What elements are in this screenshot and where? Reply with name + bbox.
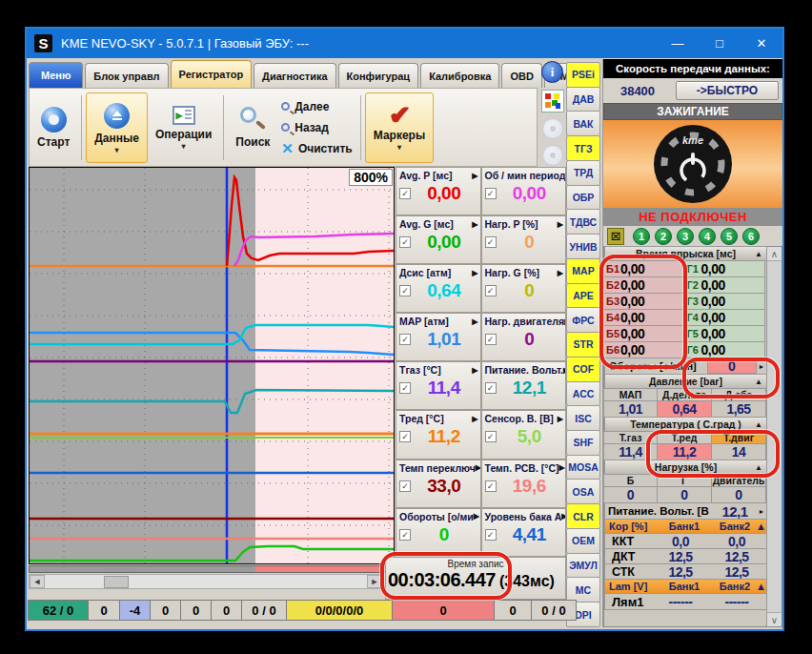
checkbox[interactable]: ✓ <box>485 382 497 394</box>
expand-arrow-icon[interactable]: ▶ <box>472 220 477 229</box>
minimize-button[interactable]: — <box>657 29 699 58</box>
checkbox[interactable]: ✓ <box>399 480 411 492</box>
param-header[interactable]: Дсис [атм]▶ <box>396 265 480 278</box>
side-tab-acc[interactable]: ACC <box>566 381 600 407</box>
expand-arrow-icon[interactable]: ▶ <box>563 366 565 375</box>
param-header[interactable]: Тред [°С]▶ <box>396 411 480 424</box>
expand-arrow-icon[interactable]: ▶ <box>472 269 477 277</box>
side-tab-osa[interactable]: OSA <box>566 479 600 504</box>
expand-arrow-icon[interactable]: ▶ <box>472 172 477 180</box>
param-header[interactable]: Темп переключ▶ <box>396 460 480 474</box>
param-header[interactable]: Сенсор. В. [В]▶ <box>482 411 566 424</box>
expand-arrow-icon[interactable]: ▶ <box>559 463 565 472</box>
expand-arrow-icon[interactable]: ▶ <box>558 415 563 423</box>
param-header[interactable]: Тгаз [°С]▶ <box>396 362 480 376</box>
collapse-icon[interactable]: ▲ <box>755 420 762 429</box>
side-tab-obr[interactable]: ОБР <box>566 185 600 211</box>
side-tab-clr[interactable]: CLR <box>566 503 600 529</box>
checkbox[interactable]: ✓ <box>485 529 497 541</box>
search-button[interactable]: Поиск <box>228 92 277 163</box>
corrections-header[interactable]: Кор [%] Банк1 Банк2 ▲ <box>604 519 767 534</box>
side-tab-ape[interactable]: АРЕ <box>566 283 600 309</box>
info-icon[interactable]: i <box>541 61 563 83</box>
maximize-button[interactable]: □ <box>699 29 741 58</box>
checkbox[interactable]: ✓ <box>399 285 411 296</box>
checkbox[interactable]: ✓ <box>485 334 497 345</box>
expand-arrow-icon[interactable]: ▶ <box>558 220 563 229</box>
fast-button[interactable]: ->БЫСТРО <box>676 81 779 100</box>
side-tab-emul[interactable]: ЭМУЛ <box>566 553 600 579</box>
side-tab-mosa[interactable]: MOSA <box>566 455 600 480</box>
next-button[interactable]: Далее <box>281 97 352 116</box>
hscroll-thumb[interactable] <box>104 576 129 588</box>
param-header[interactable]: MAP [атм]▶ <box>396 314 480 327</box>
expand-arrow-icon[interactable]: ▶ <box>472 317 477 326</box>
expand-arrow-icon[interactable]: ▶ <box>564 317 565 326</box>
scroll-up-icon[interactable]: ∧ <box>767 247 782 261</box>
side-tab-trd[interactable]: ТРД <box>566 160 600 186</box>
checkbox[interactable]: ✓ <box>485 236 497 248</box>
checkbox[interactable]: ✓ <box>399 236 411 248</box>
side-tab-dav[interactable]: ДАВ <box>566 87 600 112</box>
palette-icon[interactable] <box>541 90 564 112</box>
checkbox[interactable]: ✓ <box>399 382 411 394</box>
start-button[interactable]: Старт <box>30 92 77 163</box>
checkbox[interactable]: ✓ <box>399 431 411 442</box>
checkbox[interactable]: ✓ <box>399 188 411 199</box>
checkbox[interactable]: ✓ <box>485 431 497 442</box>
param-header[interactable]: Нагр. G [%]▶ <box>482 265 566 278</box>
operations-button[interactable]: ▶ Операции ▾ <box>148 92 219 163</box>
expand-arrow-icon[interactable]: ▶ <box>474 512 479 521</box>
side-tab-map[interactable]: МАР <box>566 258 600 284</box>
side-tab-vak[interactable]: ВАК <box>566 111 600 136</box>
param-header[interactable]: Обороты [о/ми▶ <box>396 509 480 522</box>
scroll-left-icon[interactable]: ◄ <box>30 575 45 588</box>
param-header[interactable]: Нагр. P [%]▶ <box>482 216 566 230</box>
expand-arrow-icon[interactable]: ▶ <box>558 269 563 277</box>
expand-arrow-icon[interactable]: ▶ <box>472 415 477 423</box>
collapse-icon[interactable]: ▲ <box>756 521 766 532</box>
param-header[interactable]: Нагр. двигателя▶ <box>482 314 566 327</box>
checkbox[interactable]: ✓ <box>485 188 497 199</box>
side-tab-oem[interactable]: OEM <box>566 528 600 554</box>
side-tab-frs[interactable]: ФРС <box>566 307 600 333</box>
param-header[interactable]: Питание. Вольт.▶ <box>482 362 566 376</box>
tab-menu[interactable]: Меню <box>29 62 83 88</box>
close-button[interactable]: ✕ <box>741 29 782 58</box>
side-tab-cof[interactable]: COF <box>566 357 600 382</box>
data-button[interactable]: Данные ▾ <box>86 92 148 163</box>
side-tab-shf[interactable]: SHF <box>566 430 600 456</box>
side-tab-tdvs[interactable]: ТДВС <box>566 209 600 235</box>
checkbox[interactable]: ✓ <box>399 334 411 345</box>
tab-recorder[interactable]: Регистратор <box>171 60 253 88</box>
expand-arrow-icon[interactable]: ▶ <box>472 366 477 375</box>
side-tab-str[interactable]: STR <box>566 332 600 358</box>
chart-hscrollbar[interactable]: ◄ ► <box>29 574 383 589</box>
scroll-down-icon[interactable]: ∨ <box>767 612 782 626</box>
tab-control-unit[interactable]: Блок управл <box>85 63 168 88</box>
param-header[interactable]: Avg. G [мс]▶ <box>396 216 480 230</box>
param-header[interactable]: Об / мин период▶ <box>482 168 566 181</box>
crossbox-icon[interactable]: ⊠ <box>607 228 624 245</box>
side-tab-tgz[interactable]: ТГЗ <box>566 135 600 161</box>
side-tab-univ[interactable]: УНИВ <box>566 234 600 259</box>
expand-arrow-icon[interactable]: ▶ <box>561 512 565 521</box>
clear-button[interactable]: ✕ Очистить <box>281 139 352 158</box>
checkbox[interactable]: ✓ <box>485 285 497 296</box>
markers-button[interactable]: ✔ Маркеры ▾ <box>365 92 434 163</box>
side-tab-isc[interactable]: ISC <box>566 405 600 431</box>
param-header[interactable]: Avg. P [мс]▶ <box>396 168 480 181</box>
back-button[interactable]: Назад <box>281 118 352 137</box>
collapse-icon[interactable]: ▲ <box>755 250 762 258</box>
lambda-header[interactable]: Lam [V] Банк1 Банк2 ▲ <box>604 579 767 594</box>
side-tab-psei[interactable]: PSEi <box>566 62 600 88</box>
tab-diagnostics[interactable]: Диагностика <box>254 63 335 88</box>
tab-obd[interactable]: OBD <box>501 63 541 88</box>
expand-arrow-icon[interactable]: ▶ <box>476 463 480 472</box>
param-header[interactable]: Темп. РСВ. [°С]▶ <box>482 460 566 474</box>
oscilloscope-chart[interactable]: 800% <box>29 167 395 564</box>
checkbox[interactable]: ✓ <box>485 480 497 492</box>
param-header[interactable]: Уровень бака А▶ <box>482 509 566 522</box>
collapse-icon[interactable]: ▲ <box>756 581 766 592</box>
checkbox[interactable]: ✓ <box>399 529 411 541</box>
